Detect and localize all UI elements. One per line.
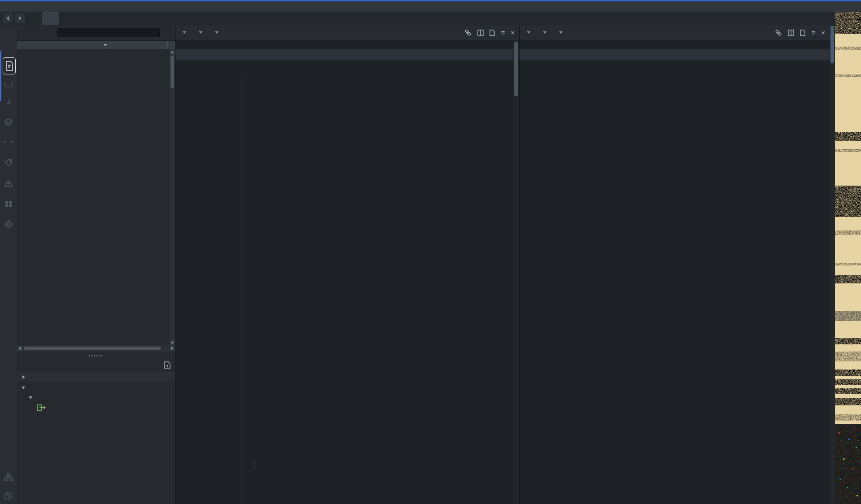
disassembly-pane-header: ≡ ×: [520, 25, 830, 40]
cross-references-panel: [17, 359, 175, 504]
new-document-icon[interactable]: [800, 30, 805, 36]
view-type-select[interactable]: [212, 31, 219, 34]
sidebar-item-tags[interactable]: [0, 155, 17, 170]
tab-xorddos[interactable]: [42, 12, 59, 25]
sidebar-item-memory-map[interactable]: [0, 176, 17, 191]
sidebar-item-hierarchy[interactable]: [0, 469, 17, 484]
triangle-right-icon: [171, 347, 174, 350]
binary-type-select[interactable]: [524, 31, 530, 34]
chevron-down-icon: [215, 31, 219, 34]
feature-map[interactable]: [835, 12, 861, 504]
chevron-right-icon: [19, 16, 22, 21]
new-document-icon[interactable]: [490, 30, 495, 36]
sidebar-item-panes[interactable]: [0, 489, 17, 504]
scrollbar-thumb[interactable]: [514, 42, 518, 96]
tab-bar: [0, 12, 835, 25]
xref-filter-row[interactable]: [17, 372, 175, 382]
sidebar-item-variables[interactable]: x: [0, 93, 17, 109]
column-header-name[interactable]: [17, 41, 110, 49]
split-view-icon[interactable]: [788, 30, 794, 36]
panel-splitter[interactable]: ••••••: [17, 352, 175, 359]
function-header[interactable]: [520, 49, 830, 60]
symbols-table-header: [17, 40, 175, 49]
variables-x-icon: x: [6, 96, 11, 105]
triangle-left-icon: [19, 347, 21, 350]
link-icon[interactable]: [464, 29, 472, 36]
function-header[interactable]: [175, 49, 519, 60]
tab-nav-back-button[interactable]: [3, 13, 13, 23]
scroll-right-button[interactable]: [170, 346, 175, 351]
strings-quotes-icon: “…”: [3, 139, 14, 147]
menu-bar: [0, 1, 861, 12]
scroll-up-button[interactable]: [170, 49, 175, 55]
expander-collapsed-icon: [22, 375, 25, 379]
disassembly-vertical-scrollbar[interactable]: [830, 25, 835, 504]
find-target-icon: [4, 220, 13, 229]
stack-layers-icon: [4, 118, 13, 127]
tags-tag-icon: [4, 158, 13, 167]
new-pane-icon[interactable]: [164, 361, 170, 370]
feature-map-noise: [835, 12, 861, 504]
components-grid-icon: [4, 200, 13, 208]
view-type-select[interactable]: [556, 31, 563, 34]
xref-entry-row[interactable]: [17, 403, 175, 413]
memory-map-icon: [4, 179, 13, 188]
column-header-address[interactable]: [110, 41, 168, 49]
sidebar-item-types[interactable]: {…}: [0, 77, 17, 92]
xref-caller-row[interactable]: [17, 393, 175, 403]
scrollbar-thumb[interactable]: [170, 56, 174, 88]
sidebar-item-symbols[interactable]: #: [3, 57, 16, 74]
sidebar-icon-rail: # {…} x “…”: [0, 25, 17, 504]
scrollbar-thumb[interactable]: [830, 26, 834, 63]
link-icon[interactable]: [775, 29, 782, 36]
types-braces-icon: {…}: [3, 81, 13, 88]
binary-type-select[interactable]: [180, 31, 186, 34]
chevron-down-icon: [559, 31, 563, 34]
column-header-section[interactable]: [168, 41, 175, 49]
split-view-icon[interactable]: [477, 30, 484, 36]
triangle-up-icon: [171, 51, 174, 53]
sidebar-item-stack[interactable]: [0, 115, 17, 130]
close-icon[interactable]: ×: [821, 29, 825, 36]
layout-select[interactable]: [540, 31, 546, 34]
symbols-horizontal-scrollbar[interactable]: [17, 345, 175, 352]
expander-expanded-icon: [22, 387, 25, 389]
pseudo-vertical-scrollbar[interactable]: [513, 40, 519, 504]
chevron-down-icon: [183, 31, 186, 34]
chevron-down-icon: [199, 31, 202, 34]
sidebar-item-find[interactable]: [0, 217, 17, 232]
close-icon[interactable]: ×: [511, 29, 515, 36]
symbols-document-hash-icon: #: [5, 61, 13, 71]
panes-layout-icon: [4, 492, 13, 501]
pane-menu-icon[interactable]: ≡: [811, 29, 815, 36]
symbols-panel: [17, 25, 175, 359]
expander-expanded-icon: [29, 396, 32, 399]
svg-text:#: #: [8, 64, 11, 70]
scroll-down-button[interactable]: [170, 340, 175, 345]
xref-code-references-row[interactable]: [17, 383, 175, 393]
pane-menu-icon[interactable]: ≡: [501, 29, 505, 36]
disassembly-code: [520, 65, 830, 504]
function-signature: [175, 50, 198, 59]
pseudo-c-code: [175, 65, 513, 504]
sort-descending-icon: [104, 44, 107, 46]
pseudo-pane-header: ≡ ×: [175, 25, 519, 40]
xref-outgoing-icon: [37, 404, 47, 411]
chevron-left-icon: [6, 16, 9, 21]
search-input[interactable]: [57, 28, 160, 37]
scrollbar-thumb[interactable]: [24, 347, 161, 350]
symbols-table: [17, 49, 170, 345]
hierarchy-sitemap-icon: [4, 472, 13, 481]
symbols-vertical-scrollbar[interactable]: [170, 49, 175, 345]
function-signature: [520, 50, 542, 59]
scroll-left-button[interactable]: [17, 346, 22, 351]
disassembly-pane: ≡ ×: [519, 25, 830, 504]
triangle-down-icon: [171, 342, 174, 344]
chevron-down-icon: [543, 31, 546, 34]
sidebar-item-components[interactable]: [0, 196, 17, 212]
layout-select[interactable]: [196, 31, 202, 34]
tab-nav-forward-button[interactable]: [15, 13, 25, 23]
pseudo-c-pane: ≡ ×: [175, 25, 519, 504]
chevron-down-icon: [527, 31, 530, 34]
sidebar-item-strings[interactable]: “…”: [0, 135, 17, 150]
